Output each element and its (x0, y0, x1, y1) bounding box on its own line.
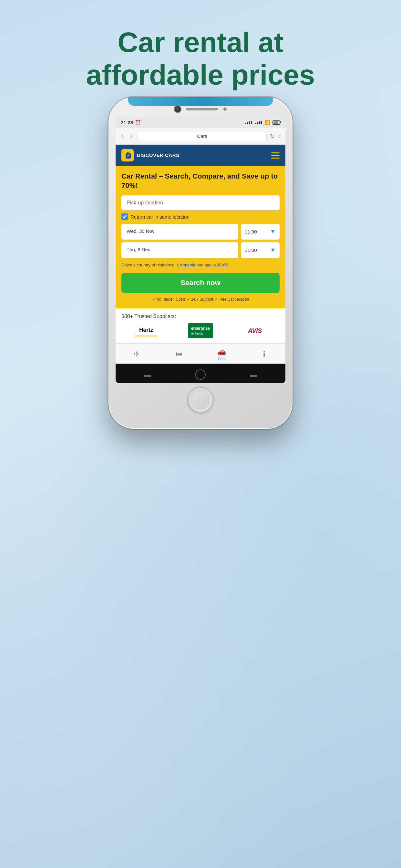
avis-logo: AVIS (244, 325, 266, 337)
return-time-dropdown-icon: ▼ (270, 247, 276, 253)
battery-icon (273, 120, 280, 125)
nav-hotels[interactable]: 🛏 (169, 350, 189, 358)
return-date-row: Thu, 8 Dec 11:00 ▼ (121, 242, 280, 258)
logo-icon (121, 149, 134, 161)
pickup-time-dropdown-icon: ▼ (270, 228, 276, 235)
phone-home-button-inner (191, 390, 210, 409)
supplier-logos-row: Hertz enterpriserent-a-car AVIS (121, 323, 280, 338)
alarm-icon: ⏰ (135, 120, 141, 125)
status-time: 21:38 ⏰ (121, 120, 141, 125)
pickup-date-row: Wed, 30 Nov 11:00 ▼ (121, 224, 280, 240)
android-nav-bar: ▬ ▬ (116, 364, 285, 383)
home-button[interactable]: ⌂ (278, 133, 281, 140)
app-header: DISCOVER CARS (116, 145, 285, 166)
driver-info-and: and age is (196, 262, 217, 268)
status-icons: 📶 (245, 120, 280, 125)
phone-shell: 21:38 ⏰ (109, 97, 292, 429)
hamburger-menu[interactable] (271, 152, 280, 159)
android-recents-btn[interactable]: ▬ (250, 371, 257, 378)
hero-headline: Car Rental – Search, Compare, and Save u… (121, 172, 280, 190)
refresh-button[interactable]: ↻ (270, 133, 275, 140)
phone-dot (223, 107, 227, 111)
app-logo-text: DISCOVER CARS (137, 152, 180, 158)
flights-icon: ✈ (134, 350, 140, 359)
return-same-location-row: Return car in same location (121, 213, 280, 220)
driver-info: Driver's country of residence is Armenia… (121, 262, 280, 268)
driver-age-link[interactable]: 30-65 (217, 262, 227, 268)
time-display: 21:38 (121, 120, 133, 125)
hero-section: Car Rental – Search, Compare, and Save u… (116, 166, 285, 308)
pickup-time-value: 11:00 (245, 229, 257, 235)
hotels-icon: 🛏 (176, 350, 182, 358)
nav-info[interactable]: ℹ (254, 350, 274, 359)
android-back-btn[interactable]: ▬ (144, 371, 151, 378)
forward-button[interactable]: › (128, 132, 134, 140)
return-time-field[interactable]: 11:00 ▼ (241, 242, 280, 258)
return-same-checkbox[interactable] (121, 213, 128, 220)
phone-home-hardware-button[interactable] (188, 387, 213, 413)
return-same-label: Return car in same location (130, 214, 189, 220)
return-date-field[interactable]: Thu, 8 Dec (121, 242, 238, 258)
bottom-navigation: ✈ 🛏 🚗 Cars ℹ (116, 343, 285, 364)
hertz-logo: Hertz (135, 325, 157, 337)
suppliers-section: 500+ Trusted Suppliers: Hertz enterprise… (116, 308, 285, 343)
pickup-location-input[interactable] (121, 195, 280, 210)
signal-icon (245, 121, 252, 124)
trust-badges: ✓ No Hidden Costs ✓ 24/7 Support ✓ Free … (121, 297, 280, 302)
phone-top-hardware (116, 106, 285, 113)
pickup-time-field[interactable]: 11:00 ▼ (241, 224, 280, 240)
back-button[interactable]: ‹ (120, 132, 125, 140)
cars-nav-label: Cars (218, 357, 225, 361)
driver-country-link[interactable]: Armenia (180, 262, 195, 268)
phone-screen: 21:38 ⏰ (116, 117, 285, 383)
phone-camera (174, 106, 181, 113)
nav-cars[interactable]: 🚗 Cars (212, 347, 232, 361)
search-now-button[interactable]: Search now (121, 273, 280, 293)
wifi-icon: 📶 (265, 120, 270, 125)
status-bar: 21:38 ⏰ (116, 117, 285, 128)
browser-url-bar[interactable]: Cars (137, 131, 267, 141)
hamburger-bar-3 (271, 158, 280, 159)
pickup-date-field[interactable]: Wed, 30 Nov (121, 224, 238, 240)
cars-icon: 🚗 (217, 347, 226, 356)
info-icon: ℹ (263, 350, 266, 359)
enterprise-logo: enterpriserent-a-car (188, 323, 213, 338)
page-title: Car rental ataffordable prices (0, 26, 401, 91)
browser-navbar: ‹ › Cars ↻ ⌂ (116, 128, 285, 145)
driver-info-text: Driver's country of residence is (121, 262, 179, 268)
phone-mockup: 21:38 ⏰ (109, 97, 292, 429)
phone-speaker (186, 108, 218, 111)
hamburger-bar-1 (271, 152, 280, 153)
android-home-btn[interactable] (195, 369, 206, 380)
suppliers-title: 500+ Trusted Suppliers: (121, 314, 280, 319)
logo-area: DISCOVER CARS (121, 149, 180, 161)
nav-flights[interactable]: ✈ (127, 350, 147, 359)
return-time-value: 11:00 (245, 247, 257, 253)
hamburger-bar-2 (271, 155, 280, 156)
signal-icon-2 (255, 121, 262, 124)
